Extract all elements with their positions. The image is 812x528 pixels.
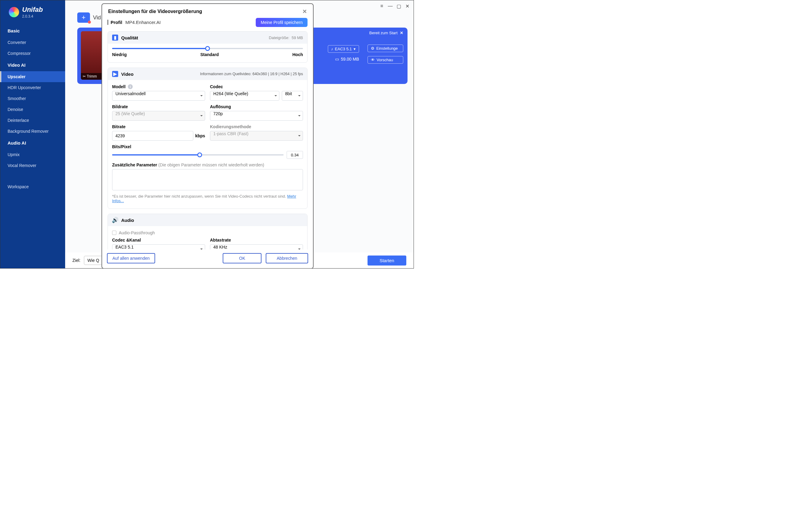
apply-all-button[interactable]: Auf allen anwenden [107,253,155,263]
samplerate-label: Abtastrate [210,238,303,242]
modal-close-icon[interactable]: ✕ [302,8,307,15]
codec-channel-select[interactable]: EAC3 5.1 [112,244,205,249]
file-size: ▭ 59.00 MB [335,57,359,61]
source-video-info: Informationen zum Quellvideo: 640x360 | … [200,72,303,76]
sidebar: Unifab 2.0.3.4 Basic Converter Compresso… [0,0,65,268]
quality-heading: Qualität [121,35,138,40]
sidebar-item-compressor[interactable]: Compressor [0,48,65,59]
app-version: 2.0.3.4 [22,14,43,18]
codec-footnote: *Es ist besser, die Parameter hier nicht… [112,194,303,203]
framerate-select[interactable]: 25 (Wie Quelle) [112,111,205,120]
logo-icon [9,7,19,17]
bitrate-input[interactable] [112,131,193,141]
bitrate-label: Bitrate [112,124,205,129]
bitspixel-slider[interactable] [112,154,284,156]
modal-title: Einstellungen für die Videovergrößerung [108,9,202,14]
save-profile-button[interactable]: Meine Profil speichern [256,18,307,27]
codec-select[interactable]: H264 (Wie Quelle) [210,91,279,101]
audio-heading: Audio [121,218,134,223]
speaker-icon: 🔊 [112,217,118,223]
quality-standard: Standard [200,52,219,57]
target-label: Ziel: [72,258,80,263]
sidebar-item-upmix[interactable]: Upmix [0,149,65,160]
encoding-select[interactable]: 1-pass CBR (Fast) [210,131,303,141]
sidebar-item-vocalremover[interactable]: Vocal Remover [0,160,65,171]
sidebar-item-bgremover[interactable]: Background Remover [0,126,65,137]
play-icon: ▶ [112,71,118,77]
dismiss-icon[interactable]: ✕ [400,31,403,35]
sidebar-item-smoother[interactable]: Smoother [0,93,65,104]
info-icon[interactable]: i [128,84,133,89]
samplerate-select[interactable]: 48 KHz [210,244,303,249]
quality-slider[interactable] [112,48,303,49]
sidebar-item-converter[interactable]: Converter [0,37,65,48]
sidebar-item-upscaler[interactable]: Upscaler [0,71,65,82]
video-label: Vid [93,15,101,21]
profile-name: MP4.Enhancer.AI [126,20,161,25]
codec-channel-label: Codec &Kanal [112,238,205,242]
maximize-icon[interactable]: ▢ [395,3,403,10]
minimize-icon[interactable]: — [386,3,394,10]
status-label: Bereit zum Start ✕ [369,31,403,35]
sidebar-item-denoise[interactable]: Denoise [0,104,65,115]
sidebar-section-audioai: Audio AI [0,137,65,149]
bitspixel-label: Bits/Pixel [112,144,303,149]
sidebar-item-workspace[interactable]: Workspace [0,181,65,192]
sidebar-item-deinterlace[interactable]: Deinterlace [0,115,65,126]
extra-params-hint: (Die obigen Parameter müssen nicht wiede… [158,162,264,167]
quality-low: Niedrig [112,52,127,57]
resolution-label: Auflösung [210,104,303,109]
close-icon[interactable]: ✕ [403,3,411,10]
model-label: Modell [112,84,126,89]
file-size-label: Dateigröße: 59 MB [269,35,303,40]
encoding-label: Kodierungsmethode [210,124,303,129]
quality-high: Hoch [292,52,303,57]
settings-modal: Einstellungen für die Videovergrößerung … [102,3,314,269]
model-select[interactable]: Universalmodell [112,91,205,101]
settings-button[interactable]: ⚙ Einstellunge [367,45,403,52]
extra-params-label: Zusätzliche Parameter [112,162,157,167]
sidebar-section-basic: Basic [0,25,65,37]
audio-chip[interactable]: ♪ EAC3 5.1 ▾ [328,45,359,53]
add-video-button[interactable]: + [77,12,90,23]
file-icon: ▮ [112,34,118,41]
app-logo: Unifab 2.0.3.4 [0,6,65,25]
resolution-select[interactable]: 720p [210,111,303,120]
app-name: Unifab [22,6,43,14]
extra-params-input[interactable] [112,169,303,190]
cancel-button[interactable]: Abbrechen [266,253,308,263]
passthrough-checkbox[interactable] [112,231,116,235]
framerate-label: Bildrate [112,104,205,109]
codec-label: Codec [210,84,303,89]
sidebar-section-videoai: Video AI [0,59,65,71]
bitdepth-select[interactable]: 8bit [282,91,303,101]
sidebar-item-hdr[interactable]: HDR Upconverter [0,82,65,93]
preview-button[interactable]: 👁 Vorschau [367,56,403,63]
start-button[interactable]: Starten [367,256,406,266]
bitspixel-value[interactable]: 0.34 [287,151,303,159]
profile-label: Profil [107,20,122,25]
ok-button[interactable]: OK [223,253,261,263]
passthrough-label: Audio-Passthrough [119,230,155,235]
video-heading: Video [121,72,134,77]
menu-icon[interactable]: ≡ [378,3,386,10]
kbps-label: kbps [195,133,205,138]
